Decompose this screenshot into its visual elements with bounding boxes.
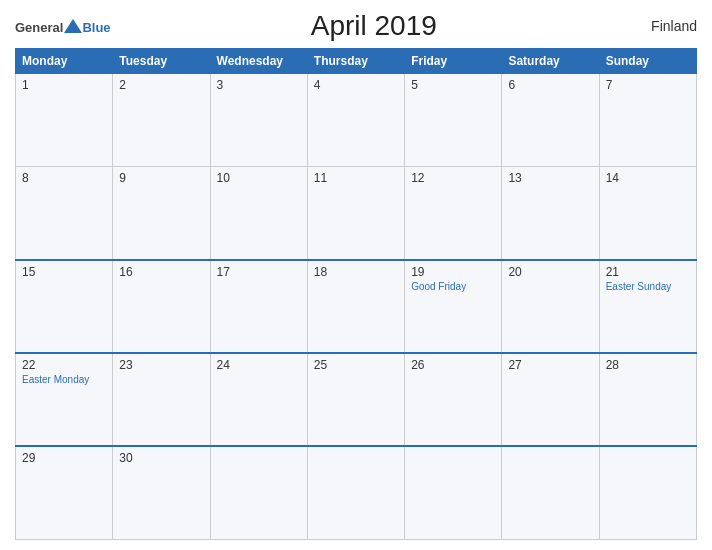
day-cell: 25 <box>307 353 404 446</box>
svg-marker-0 <box>64 19 82 33</box>
day-cell: 13 <box>502 167 599 260</box>
col-sunday: Sunday <box>599 49 696 74</box>
calendar-body: 1 2 3 4 5 6 7 8 9 10 11 12 13 14 15 16 <box>16 74 697 540</box>
week-row-3: 15 16 17 18 19 Good Friday 20 21 Easter … <box>16 260 697 353</box>
calendar-page: General Blue April 2019 Finland Monday T… <box>0 0 712 550</box>
day-cell: 27 <box>502 353 599 446</box>
day-cell empty <box>307 446 404 539</box>
col-wednesday: Wednesday <box>210 49 307 74</box>
week-row-1: 1 2 3 4 5 6 7 <box>16 74 697 167</box>
day-cell: 20 <box>502 260 599 353</box>
day-cell: 19 Good Friday <box>405 260 502 353</box>
calendar-title: April 2019 <box>111 10 637 42</box>
day-cell: 11 <box>307 167 404 260</box>
col-thursday: Thursday <box>307 49 404 74</box>
day-cell: 14 <box>599 167 696 260</box>
col-tuesday: Tuesday <box>113 49 210 74</box>
day-cell: 28 <box>599 353 696 446</box>
col-monday: Monday <box>16 49 113 74</box>
day-cell empty <box>405 446 502 539</box>
day-cell: 18 <box>307 260 404 353</box>
day-cell: 23 <box>113 353 210 446</box>
col-friday: Friday <box>405 49 502 74</box>
day-cell: 10 <box>210 167 307 260</box>
day-cell: 16 <box>113 260 210 353</box>
day-cell: 15 <box>16 260 113 353</box>
logo-flag-icon <box>64 19 82 33</box>
day-cell: 9 <box>113 167 210 260</box>
calendar-table: Monday Tuesday Wednesday Thursday Friday… <box>15 48 697 540</box>
day-cell: 3 <box>210 74 307 167</box>
logo-blue-text: Blue <box>82 21 110 34</box>
day-cell: 24 <box>210 353 307 446</box>
day-cell: 1 <box>16 74 113 167</box>
day-cell: 6 <box>502 74 599 167</box>
day-cell: 17 <box>210 260 307 353</box>
logo-general-text: General <box>15 21 63 34</box>
day-cell: 7 <box>599 74 696 167</box>
day-cell: 30 <box>113 446 210 539</box>
day-cell: 26 <box>405 353 502 446</box>
logo: General Blue <box>15 19 111 34</box>
col-saturday: Saturday <box>502 49 599 74</box>
day-cell: 2 <box>113 74 210 167</box>
day-cell: 8 <box>16 167 113 260</box>
header-row: Monday Tuesday Wednesday Thursday Friday… <box>16 49 697 74</box>
day-cell empty <box>502 446 599 539</box>
country-label: Finland <box>637 18 697 34</box>
week-row-2: 8 9 10 11 12 13 14 <box>16 167 697 260</box>
day-cell: 4 <box>307 74 404 167</box>
day-cell empty <box>210 446 307 539</box>
calendar-header: Monday Tuesday Wednesday Thursday Friday… <box>16 49 697 74</box>
week-row-5: 29 30 <box>16 446 697 539</box>
day-cell: 22 Easter Monday <box>16 353 113 446</box>
day-cell empty <box>599 446 696 539</box>
day-cell: 12 <box>405 167 502 260</box>
day-cell: 29 <box>16 446 113 539</box>
day-cell: 21 Easter Sunday <box>599 260 696 353</box>
day-cell: 5 <box>405 74 502 167</box>
header: General Blue April 2019 Finland <box>15 10 697 42</box>
week-row-4: 22 Easter Monday 23 24 25 26 27 28 <box>16 353 697 446</box>
